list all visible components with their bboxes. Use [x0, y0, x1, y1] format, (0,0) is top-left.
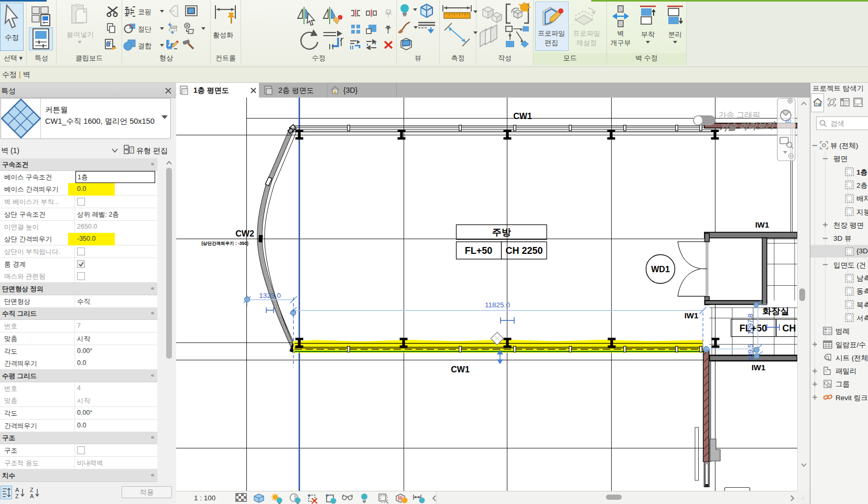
- svg-text:A: A: [15, 487, 19, 493]
- svg-text:IW1: IW1: [685, 311, 699, 320]
- svg-text:Z: Z: [15, 493, 19, 499]
- svg-text:1325.0: 1325.0: [259, 292, 280, 299]
- svg-text:CH 2250: CH 2250: [505, 245, 542, 256]
- svg-text:화장실: 화장실: [763, 306, 789, 316]
- svg-text:CW1: CW1: [451, 365, 470, 374]
- svg-text:1297.8: 1297.8: [746, 314, 754, 335]
- svg-text:FL+50: FL+50: [465, 245, 493, 256]
- svg-text:11825.0: 11825.0: [485, 301, 510, 309]
- svg-text:주방: 주방: [492, 227, 511, 238]
- svg-text:(상단간격띄우기 : -350): (상단간격띄우기 : -350): [201, 241, 248, 246]
- svg-text:Z: Z: [30, 487, 34, 493]
- svg-text:A: A: [30, 493, 34, 499]
- svg-text:WD1: WD1: [651, 265, 670, 274]
- svg-text:IW1: IW1: [755, 220, 769, 229]
- svg-text:2D: 2D: [785, 119, 791, 124]
- svg-text:IW1: IW1: [752, 363, 766, 372]
- svg-text:CW2: CW2: [235, 229, 254, 238]
- svg-text:가속 그래픽: 가속 그래픽: [719, 110, 760, 119]
- svg-text:CW1: CW1: [513, 112, 532, 121]
- svg-text:189.5: 189.5: [746, 344, 754, 361]
